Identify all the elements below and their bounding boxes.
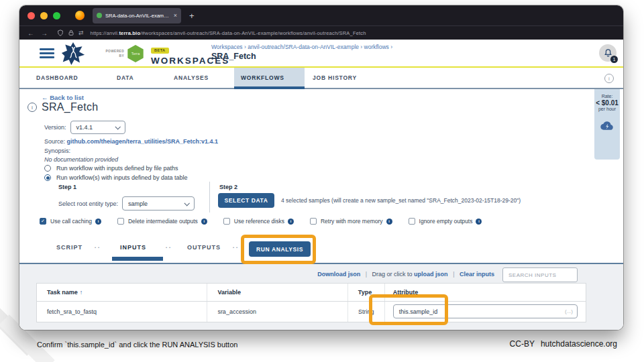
hamburger-menu-icon[interactable] xyxy=(40,48,54,60)
json-io-links: Download json | Drag or click to upload … xyxy=(317,271,494,278)
forward-icon[interactable]: → xyxy=(41,29,48,37)
table-row: fetch_sra_to_fastq sra_accession String … xyxy=(37,302,586,322)
url-domain: terra.bio xyxy=(119,30,140,36)
attribution: CC-BY hutchdatascience.org xyxy=(510,339,617,349)
back-icon[interactable]: ← xyxy=(28,29,34,37)
close-window-button[interactable] xyxy=(28,12,35,19)
root-entity-row: Select root entity type: sample xyxy=(58,196,195,210)
radio-data-table[interactable]: Run workflow(s) with inputs defined by d… xyxy=(44,174,188,181)
beta-badge: BETA xyxy=(151,48,169,54)
terra-logo: Terra xyxy=(127,45,144,62)
attribute-ellipsis: (...) xyxy=(565,308,573,314)
anvil-logo xyxy=(61,42,85,66)
run-options: ✓ Use call caching i Delete intermediate… xyxy=(40,218,482,225)
radio-selected-icon xyxy=(44,174,51,181)
switch-container-icon[interactable]: ⇄ xyxy=(78,29,84,36)
cell-variable: sra_accession xyxy=(207,302,348,322)
tab-title: SRA-data-on-AnVIL-example - ... xyxy=(105,13,171,19)
source-link[interactable]: github.com/theiagen/terra_utilities/SRA_… xyxy=(67,138,219,145)
active-tab-underline xyxy=(112,257,163,261)
tab-dashboard[interactable]: DASHBOARD xyxy=(36,68,117,88)
tab-separator-dots: •• xyxy=(95,245,101,249)
version-select[interactable]: v1.4.1 xyxy=(70,121,125,134)
checkbox-icon[interactable] xyxy=(117,218,124,225)
sort-asc-icon: ↑ xyxy=(80,289,83,296)
notifications-button[interactable]: 1 xyxy=(599,44,616,62)
url-path: /#workspaces/anvil-outreach/SRA-data-on-… xyxy=(140,30,366,36)
breadcrumb-path[interactable]: Workspaces › anvil-outreach/SRA-data-on-… xyxy=(211,44,392,50)
info-icon[interactable]: i xyxy=(288,219,294,225)
download-json-link[interactable]: Download json xyxy=(317,271,360,278)
workflow-content: Rate: < $0.01 per hour ← Back to list i … xyxy=(19,89,623,330)
step-divider xyxy=(209,182,210,213)
page-title: SRA_Fetch xyxy=(211,52,392,61)
table-header-row: Task name↑ Variable Type Attribute xyxy=(37,284,586,302)
tab-analyses[interactable]: ANALYSES xyxy=(174,68,234,88)
checkbox-checked-icon[interactable]: ✓ xyxy=(40,218,46,225)
inputs-table: Task name↑ Variable Type Attribute fetch… xyxy=(36,283,586,322)
checkbox-retry-more-memory[interactable]: Retry with more memory i xyxy=(310,218,392,225)
slide-caption: Confirm `this.sample_id` and click the R… xyxy=(37,341,237,349)
address-url[interactable]: https://anvil.terra.bio/#workspaces/anvi… xyxy=(91,30,366,36)
clear-inputs-link[interactable]: Clear inputs xyxy=(460,271,494,278)
cloud-compute-icon[interactable] xyxy=(600,119,615,131)
favicon xyxy=(97,13,102,18)
rate-label: Rate: xyxy=(594,94,620,99)
close-tab-icon[interactable]: × xyxy=(174,12,177,19)
maximize-window-button[interactable] xyxy=(53,12,60,19)
tab-data[interactable]: DATA xyxy=(117,68,174,88)
tab-workflows[interactable]: WORKFLOWS xyxy=(234,68,305,88)
radio-icon xyxy=(44,165,51,172)
info-icon[interactable]: i xyxy=(604,74,614,83)
lock-icon[interactable] xyxy=(68,29,74,36)
tab-inputs[interactable]: INPUTS xyxy=(120,244,146,251)
checkbox-ignore-empty-outputs[interactable]: Ignore empty outputs i xyxy=(409,218,482,225)
entity-label: Select root entity type: xyxy=(58,200,118,207)
info-icon[interactable]: i xyxy=(476,219,482,225)
back-to-list-link[interactable]: ← Back to list xyxy=(42,94,84,101)
tab-separator-dots: •• xyxy=(233,245,239,249)
root-entity-select[interactable]: sample xyxy=(122,196,195,210)
documentation-note: No documentation provided xyxy=(44,156,118,163)
checkbox-icon[interactable] xyxy=(409,218,415,225)
synopsis-label: Synopsis: xyxy=(44,147,70,154)
checkbox-delete-intermediate-outputs[interactable]: Delete intermediate outputs i xyxy=(117,218,207,225)
select-data-button[interactable]: SELECT DATA xyxy=(218,193,274,208)
rate-panel: Rate: < $0.01 per hour xyxy=(594,89,620,160)
info-icon[interactable]: i xyxy=(28,103,37,112)
browser-tab[interactable]: SRA-data-on-AnVIL-example - ... × xyxy=(93,8,181,23)
radio-file-paths[interactable]: Run workflow with inputs defined by file… xyxy=(44,165,178,172)
checkbox-use-call-caching[interactable]: ✓ Use call caching i xyxy=(40,218,101,225)
shield-icon[interactable] xyxy=(57,29,64,36)
column-task-name[interactable]: Task name↑ xyxy=(37,284,207,301)
info-icon[interactable]: i xyxy=(386,219,392,225)
version-label: Version: xyxy=(44,124,66,131)
workflow-title-row: i SRA_Fetch xyxy=(28,101,99,113)
minimize-window-button[interactable] xyxy=(40,12,48,19)
workspace-nav: DASHBOARD DATA ANALYSES WORKFLOWS JOB HI… xyxy=(19,68,623,89)
checkbox-icon[interactable] xyxy=(310,218,317,225)
url-prefix: https://anvil. xyxy=(91,30,119,36)
window-controls xyxy=(28,12,60,19)
tab-separator-dots: •• xyxy=(166,245,172,249)
source-label: Source: xyxy=(44,138,65,145)
source-row: Source: github.com/theiagen/terra_utilit… xyxy=(44,138,218,145)
tab-outputs[interactable]: OUTPUTS xyxy=(187,244,221,251)
search-inputs-field[interactable] xyxy=(502,267,578,282)
new-tab-button[interactable]: + xyxy=(189,11,195,21)
workflow-title: SRA_Fetch xyxy=(42,101,99,113)
back-arrow-icon: ← xyxy=(42,94,48,101)
checkbox-icon[interactable] xyxy=(223,218,230,225)
firefox-icon[interactable] xyxy=(75,11,85,20)
tab-script[interactable]: SCRIPT xyxy=(56,244,83,251)
info-icon[interactable]: i xyxy=(201,219,207,225)
info-icon[interactable]: i xyxy=(95,219,101,225)
highlight-run-analysis xyxy=(241,235,316,264)
drag-text: Drag or click to xyxy=(372,271,413,278)
upload-json-link[interactable]: upload json xyxy=(414,271,448,278)
rate-value: < $0.01 xyxy=(594,99,620,107)
browser-url-bar: ← → ⇄ https://anvil.terra.bio/#workspace… xyxy=(19,25,623,40)
tab-job-history[interactable]: JOB HISTORY xyxy=(305,68,378,88)
browser-window: SRA-data-on-AnVIL-example - ... × + ← → … xyxy=(19,5,623,330)
checkbox-use-reference-disks[interactable]: Use reference disks i xyxy=(223,218,294,225)
